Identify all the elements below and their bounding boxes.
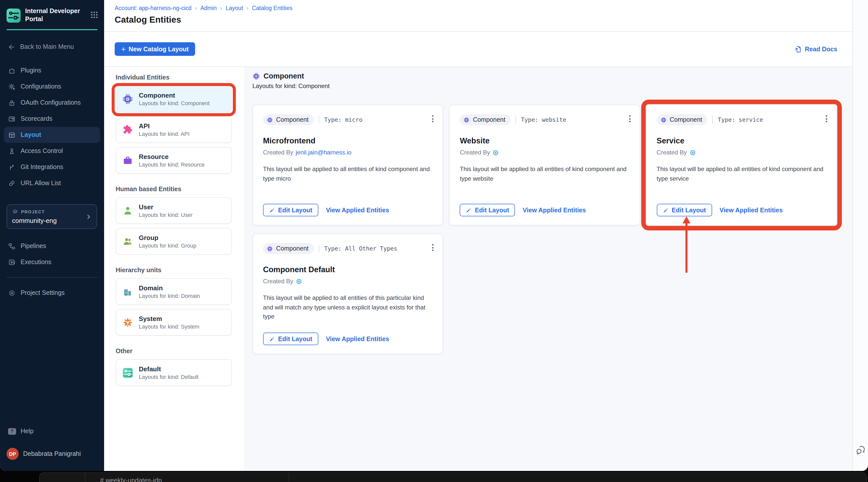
sidebar-item-access-control[interactable]: Access Control [0,143,104,159]
entity-kind-title: User [139,203,193,211]
help-button[interactable]: Help [0,424,104,439]
view-applied-entities-link[interactable]: View Applied Entities [719,207,782,214]
background-taskbar: # weekly-updates-idp [0,471,868,482]
sidebar-item-git-integrations[interactable]: Git Integrations [0,159,104,175]
breadcrumb-layout[interactable]: Layout [225,5,243,11]
layout-type: Type: All Other Types [318,244,397,252]
entity-kind-title: Component [139,92,210,99]
entity-kind-component[interactable]: Component Layouts for kind: Component [116,86,232,112]
idp-logo-icon [6,8,21,22]
sidebar-item-project-settings[interactable]: Project Settings [0,285,104,301]
sidebar-item-scorecards[interactable]: Scorecards [0,111,104,127]
sidebar-item-label: URL Allow List [21,180,61,187]
briefcase-icon [122,155,133,166]
layout-card-component-default: Component Type: All Other Types Componen… [252,234,443,354]
sidebar-item-configurations[interactable]: Configurations [0,79,104,95]
entity-kind-title: Domain [139,284,200,292]
layout-title: Microfrontend [263,137,433,145]
card-menu-kebab-icon[interactable] [430,113,436,124]
system-gear-icon [122,317,133,328]
sidebar-item-pipelines[interactable]: Pipelines [0,238,104,254]
layout-cards-grid: Component Type: micro Microfrontend Crea… [252,104,837,354]
layout-description: This layout will be applied to all entit… [460,164,630,183]
chip-icon [463,117,470,123]
sidebar-item-executions[interactable]: Executions [0,254,104,270]
scorecard-icon [8,115,16,123]
harness-creator-icon [493,149,499,156]
edit-layout-button[interactable]: Edit Layout [656,204,712,216]
layout-card-microfrontend: Component Type: micro Microfrontend Crea… [252,104,443,225]
edit-layout-label: Edit Layout [672,207,706,214]
sidebar-item-url-allow-list[interactable]: URL Allow List [0,175,104,191]
chat-bubbles-icon[interactable] [855,444,867,456]
app-window: Internal Developer Portal Back to Main M… [0,0,868,471]
puzzle-icon [8,67,16,74]
user-icon [122,205,133,216]
user-menu[interactable]: DP Debabrata Panigrahi [0,448,104,460]
entity-kind-domain[interactable]: Domain Layouts for kind: Domain [116,278,232,305]
section-heading-hierarchy: Hierarchy units [116,267,232,274]
pencil-icon [662,207,669,213]
view-applied-entities-link[interactable]: View Applied Entities [326,207,389,214]
app-grid-icon[interactable] [91,11,98,19]
sidebar-menu: Plugins Configurations OAuth Configurati… [0,63,104,191]
entity-kind-title: System [139,315,199,323]
sidebar-item-oauth-configurations[interactable]: OAuth Configurations [0,95,104,111]
entity-kind-group[interactable]: Group Layouts for kind: Group [116,228,232,254]
entity-kind-system[interactable]: System Layouts for kind: System [116,309,232,336]
view-applied-entities-link[interactable]: View Applied Entities [523,207,586,214]
back-to-main-menu[interactable]: Back to Main Menu [0,41,104,53]
kind-title: Component [264,72,304,80]
sidebar-header: Internal Developer Portal [0,0,104,23]
created-by-label: Created By [460,149,490,156]
sidebar-item-label: Access Control [21,148,63,155]
edit-layout-button[interactable]: Edit Layout [263,204,318,216]
new-catalog-layout-button[interactable]: + New Catalog Layout [115,42,195,56]
project-name: community-eng [12,217,92,224]
teal-divider [6,29,98,30]
breadcrumb-current[interactable]: Catalog Entities [252,5,292,11]
section-heading-other: Other [116,348,232,355]
sidebar-item-label: Layout [21,131,41,139]
section-heading-human: Human based Entities [116,186,232,193]
chevron-right-icon [86,214,92,220]
card-menu-kebab-icon[interactable] [430,242,436,253]
view-applied-entities-link[interactable]: View Applied Entities [326,335,389,342]
breadcrumb-admin[interactable]: Admin [200,5,217,11]
sidebar-item-layout[interactable]: Layout [4,127,100,143]
read-docs-link[interactable]: Read Docs [794,45,837,53]
plus-icon: + [121,44,126,53]
avatar: DP [6,448,19,460]
layout-title: Service [656,137,826,145]
card-menu-kebab-icon[interactable] [627,113,632,124]
person-icon [8,147,16,155]
breadcrumb-account[interactable]: Account: app-harness-ng-cicd [115,5,192,11]
layout-card-service-wrap: Component Type: service Service Created … [646,104,837,225]
layout-title: Website [460,137,630,145]
creator-link[interactable]: jenil.jain@harness.io [296,149,351,156]
layout-card-website: Component Type: website Website Created … [450,104,640,225]
edit-layout-button[interactable]: Edit Layout [263,333,318,345]
harness-creator-icon [296,278,302,284]
page-header: Account: app-harness-ng-cicd › Admin › L… [104,0,852,31]
project-selector[interactable]: PROJECT community-eng [6,205,97,229]
group-icon [122,236,133,247]
edit-layout-label: Edit Layout [475,207,509,214]
card-menu-kebab-icon[interactable] [824,113,829,124]
entity-kind-title: Default [139,365,198,373]
breadcrumb: Account: app-harness-ng-cicd › Admin › L… [115,5,852,11]
gears-icon [8,83,16,91]
entity-kind-api[interactable]: API Layouts for kind: API [116,116,232,143]
default-layout-icon [122,367,133,378]
user-name: Debabrata Panigrahi [23,450,81,457]
edit-layout-button[interactable]: Edit Layout [460,204,515,216]
entity-kind-default[interactable]: Default Layouts for kind: Default [116,359,232,386]
chip-icon [267,245,273,252]
background-window: # weekly-updates-idp [39,473,867,482]
entity-kind-resource[interactable]: Resource Layouts for kind: Resource [116,147,232,174]
layouts-area: Component Layouts for kind: Component Co… [244,67,852,471]
git-branch-icon [8,163,16,171]
section-heading-individual: Individual Entities [116,74,232,81]
entity-kind-user[interactable]: User Layouts for kind: User [116,197,232,224]
sidebar-item-plugins[interactable]: Plugins [0,63,104,79]
